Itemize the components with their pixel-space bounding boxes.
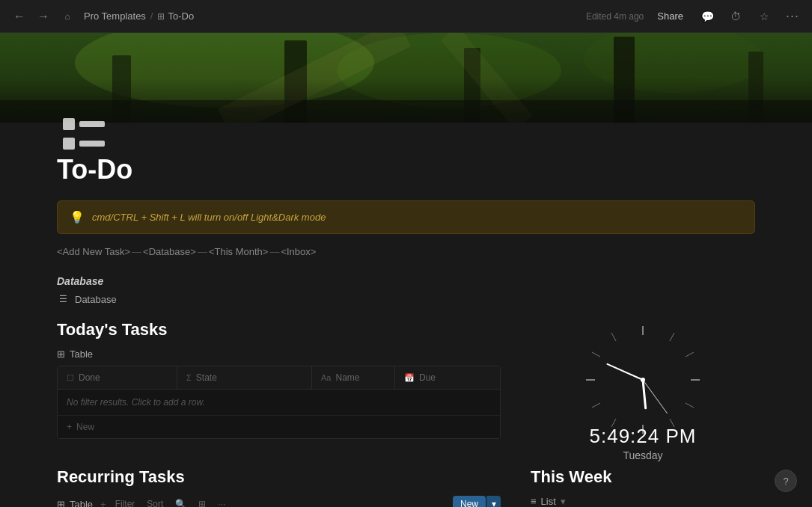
star-icon: ☆: [760, 10, 769, 22]
more-options-icon: ···: [218, 499, 225, 507]
nav-arrow-3: —: [269, 246, 279, 257]
more-menu-button[interactable]: ···: [782, 6, 803, 27]
new-row-button[interactable]: + New: [58, 415, 500, 438]
svg-rect-12: [63, 118, 75, 130]
col-due: 📅 Due: [395, 366, 500, 389]
col-done-label: Done: [79, 372, 100, 383]
this-week-view-label: ≡ List ▾: [531, 496, 755, 507]
add-view-icon[interactable]: +: [100, 499, 106, 508]
new-button-dropdown[interactable]: ▾: [486, 496, 501, 507]
this-week-title: This Week: [531, 467, 755, 487]
timer-button[interactable]: ⏱: [725, 6, 746, 27]
recurring-table-icon: ⊞: [57, 499, 65, 508]
layout-icon: ⊞: [198, 499, 206, 507]
timer-icon: ⏱: [730, 10, 741, 22]
nav-right: Edited 4m ago Share 💬 ⏱ ☆ ···: [586, 6, 803, 27]
breadcrumb-parent-label: Pro Templates: [84, 10, 146, 22]
new-dropdown-arrow: ▾: [492, 499, 496, 507]
breadcrumb-separator: /: [150, 10, 153, 22]
nav-link-add-task[interactable]: <Add New Task>: [57, 246, 130, 257]
svg-line-21: [686, 352, 694, 357]
svg-line-22: [686, 403, 694, 408]
nav-controls: ← → ⌂: [9, 6, 78, 27]
nav-link-database[interactable]: <Database>: [143, 246, 196, 257]
main-content: To-Do 💡 cmd/CTRL + Shift + L will turn o…: [0, 154, 812, 507]
layout-button[interactable]: ⊞: [195, 497, 209, 507]
new-button-group: New ▾: [453, 496, 501, 507]
share-button[interactable]: Share: [651, 7, 689, 25]
nav-link-this-month[interactable]: <This Month>: [209, 246, 269, 257]
database-link[interactable]: ☰ Database: [57, 293, 501, 305]
table-header: ☐ Done Σ State Aa Name 📅 Due: [58, 366, 500, 390]
table-view-text: Table: [70, 348, 93, 360]
col-name-label: Name: [335, 372, 359, 383]
breadcrumb: Pro Templates / ⊞ To-Do: [84, 10, 194, 22]
breadcrumb-current-label: To-Do: [168, 10, 194, 22]
svg-line-24: [611, 419, 616, 427]
breadcrumb-current-icon: ⊞: [157, 11, 165, 22]
nav-links-row: <Add New Task> — <Database> — <This Mont…: [57, 246, 755, 257]
star-button[interactable]: ☆: [754, 6, 775, 27]
svg-point-31: [641, 378, 645, 382]
forward-button[interactable]: →: [33, 6, 54, 27]
search-icon: 🔍: [175, 499, 186, 507]
tip-text: cmd/CTRL + Shift + L will turn on/off Li…: [92, 212, 326, 223]
home-button[interactable]: ⌂: [57, 6, 78, 27]
back-button[interactable]: ←: [9, 6, 30, 27]
new-row-label: New: [76, 422, 94, 432]
nav-arrow-1: —: [132, 246, 141, 257]
todays-tasks-view-label: ⊞ Table: [57, 348, 501, 360]
svg-rect-14: [63, 138, 75, 150]
nav-arrow-2: —: [198, 246, 207, 257]
database-section-header: Database: [57, 275, 501, 287]
clock-face-svg: [561, 298, 725, 462]
list-icon: ≡: [531, 496, 537, 507]
edited-time: Edited 4m ago: [586, 11, 644, 22]
more-options-button[interactable]: ···: [215, 497, 228, 507]
breadcrumb-current[interactable]: ⊞ To-Do: [157, 10, 194, 22]
sort-button[interactable]: Sort: [144, 497, 166, 507]
filter-button[interactable]: Filter: [112, 497, 138, 507]
more-icon: ···: [786, 8, 799, 24]
table-icon: ⊞: [57, 348, 65, 360]
page-icon: [57, 108, 111, 162]
list-dropdown-arrow[interactable]: ▾: [561, 496, 566, 507]
state-icon: Σ: [186, 373, 192, 382]
this-week-section: This Week ≡ List ▾: [531, 467, 755, 507]
svg-line-27: [611, 333, 616, 341]
table-body: No filter results. Click to add a row. +…: [58, 390, 500, 438]
table-empty-text[interactable]: No filter results. Click to add a row.: [58, 390, 500, 415]
comment-icon: 💬: [701, 10, 714, 22]
help-button[interactable]: ?: [775, 470, 797, 492]
todo-icon: [63, 117, 105, 153]
recurring-tasks-toolbar: ⊞ Table + Filter Sort 🔍 ⊞ ··· New: [57, 496, 501, 507]
svg-point-3: [584, 33, 763, 93]
recurring-view-text: Table: [70, 499, 93, 508]
search-button[interactable]: 🔍: [172, 497, 189, 507]
svg-line-25: [592, 403, 600, 408]
help-icon: ?: [783, 476, 788, 487]
top-nav: ← → ⌂ Pro Templates / ⊞ To-Do Edited 4m …: [0, 0, 812, 33]
breadcrumb-parent[interactable]: Pro Templates: [84, 10, 146, 22]
plus-icon: +: [67, 422, 72, 432]
col-name: Aa Name: [312, 366, 395, 389]
svg-rect-15: [79, 141, 105, 147]
page-icon-area: [0, 108, 812, 162]
col-due-label: Due: [419, 372, 436, 383]
comment-button[interactable]: 💬: [697, 6, 718, 27]
recurring-section: Recurring Tasks ⊞ Table + Filter Sort 🔍 …: [57, 467, 501, 507]
list-view-text: List: [541, 496, 556, 507]
new-button-label: New: [460, 499, 478, 507]
todays-tasks-table: ☐ Done Σ State Aa Name 📅 Due: [57, 366, 501, 439]
recurring-tasks-title: Recurring Tasks: [57, 467, 501, 487]
content-two-col: Database ☰ Database Today's Tasks ⊞ Tabl…: [57, 275, 755, 461]
recurring-view-label: ⊞ Table +: [57, 499, 106, 508]
svg-line-28: [643, 380, 646, 408]
todays-tasks-title: Today's Tasks: [57, 320, 501, 339]
tip-box: 💡 cmd/CTRL + Shift + L will turn on/off …: [57, 200, 755, 234]
due-icon: 📅: [404, 373, 415, 383]
new-button[interactable]: New: [453, 496, 486, 507]
svg-rect-13: [79, 121, 105, 127]
left-column: Database ☰ Database Today's Tasks ⊞ Tabl…: [57, 275, 501, 461]
nav-link-inbox[interactable]: <Inbox>: [281, 246, 316, 257]
